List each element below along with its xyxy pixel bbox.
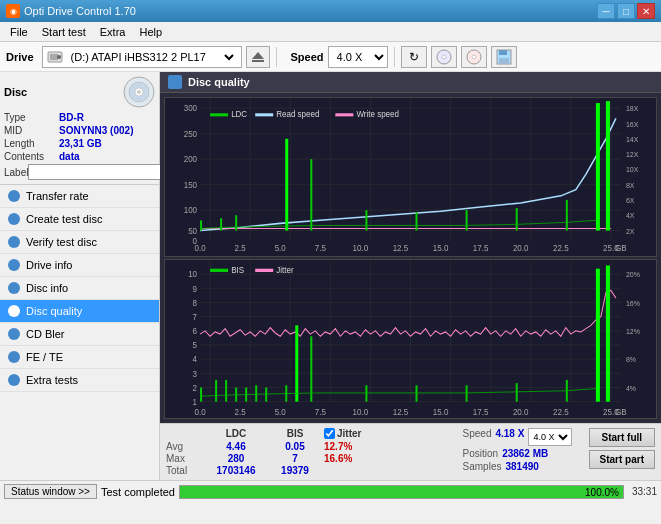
sidebar-item-disc-quality[interactable]: Disc quality	[0, 300, 159, 323]
svg-text:6: 6	[193, 326, 198, 336]
panel-header-icon	[168, 75, 182, 89]
jitter-checkbox[interactable]	[324, 428, 335, 439]
panel-title: Disc quality	[188, 76, 250, 88]
bis-header: BIS	[270, 428, 320, 439]
refresh-button[interactable]: ↻	[401, 46, 427, 68]
speed-value: 4.18 X	[495, 428, 524, 446]
svg-rect-73	[606, 101, 610, 230]
action-buttons: Start full Start part	[589, 428, 655, 469]
menu-extra[interactable]: Extra	[94, 24, 132, 40]
disc-length-row: Length 23,31 GB	[4, 138, 155, 149]
svg-text:10.0: 10.0	[353, 244, 369, 253]
sidebar-item-cd-bler[interactable]: CD Bler	[0, 323, 159, 346]
app-icon: ◉	[6, 4, 20, 18]
main-content: Disc Type BD-R MID SONYNN3 (002) Length …	[0, 72, 661, 480]
drive-dropdown[interactable]: (D:) ATAPI iHBS312 2 PL17	[67, 50, 237, 64]
svg-text:50: 50	[188, 227, 197, 236]
disc-label-label: Label	[4, 167, 28, 178]
sidebar-item-transfer-rate[interactable]: Transfer rate	[0, 185, 159, 208]
status-window-button[interactable]: Status window >>	[4, 484, 97, 499]
disc-title: Disc	[4, 86, 27, 98]
sidebar: Disc Type BD-R MID SONYNN3 (002) Length …	[0, 72, 160, 480]
disc-icon	[436, 49, 452, 65]
svg-text:10.0: 10.0	[353, 406, 369, 416]
total-row: Total 1703146 19379	[166, 465, 457, 476]
menu-file[interactable]: File	[4, 24, 34, 40]
ldc-header: LDC	[206, 428, 266, 439]
fe-te-label: FE / TE	[26, 351, 63, 363]
svg-text:2.5: 2.5	[235, 406, 246, 416]
start-part-button[interactable]: Start part	[589, 450, 655, 469]
speed-dropdown[interactable]: 4.0 X	[328, 46, 388, 68]
svg-point-6	[442, 55, 446, 59]
svg-text:20.0: 20.0	[513, 244, 529, 253]
svg-rect-145	[606, 265, 610, 401]
disc-length-value: 23,31 GB	[59, 138, 102, 149]
svg-text:17.5: 17.5	[473, 244, 489, 253]
sidebar-item-extra-tests[interactable]: Extra tests	[0, 369, 159, 392]
svg-text:14X: 14X	[626, 136, 639, 143]
svg-rect-1	[50, 54, 58, 60]
sidebar-item-create-test-disc[interactable]: Create test disc	[0, 208, 159, 231]
drive-select-container[interactable]: (D:) ATAPI iHBS312 2 PL17	[42, 46, 242, 68]
svg-rect-146	[210, 269, 228, 272]
max-label: Max	[166, 453, 202, 464]
write-button[interactable]	[461, 46, 487, 68]
svg-text:12%: 12%	[626, 327, 640, 336]
svg-text:3: 3	[193, 368, 198, 378]
disc-mid-label: MID	[4, 125, 59, 136]
svg-point-15	[137, 90, 141, 94]
svg-text:6X: 6X	[626, 197, 635, 204]
title-bar-controls: ─ □ ✕	[597, 3, 655, 19]
drive-label: Drive	[6, 51, 34, 63]
svg-point-8	[472, 55, 476, 59]
menu-start-test[interactable]: Start test	[36, 24, 92, 40]
svg-text:2.5: 2.5	[235, 244, 247, 253]
disc-contents-value: data	[59, 151, 80, 162]
disc-label-input[interactable]	[28, 164, 161, 180]
disc-length-label: Length	[4, 138, 59, 149]
save-button[interactable]	[491, 46, 517, 68]
minimize-button[interactable]: ─	[597, 3, 615, 19]
cd-bler-icon	[8, 328, 20, 340]
svg-text:10X: 10X	[626, 166, 639, 173]
disc-mid-row: MID SONYNN3 (002)	[4, 125, 155, 136]
disc-header: Disc	[4, 76, 155, 108]
speed-label: Speed	[291, 51, 324, 63]
svg-text:BIS: BIS	[231, 265, 244, 275]
svg-rect-140	[416, 385, 418, 401]
sidebar-item-fe-te[interactable]: FE / TE	[0, 346, 159, 369]
total-bis: 19379	[270, 465, 320, 476]
position-info: Speed 4.18 X 4.0 X Position 23862 MB Sam…	[463, 428, 583, 472]
sidebar-item-disc-info[interactable]: Disc info	[0, 277, 159, 300]
svg-text:7: 7	[193, 312, 198, 322]
sidebar-item-drive-info[interactable]: Drive info	[0, 254, 159, 277]
start-full-button[interactable]: Start full	[589, 428, 655, 447]
close-button[interactable]: ✕	[637, 3, 655, 19]
disc-button[interactable]	[431, 46, 457, 68]
svg-text:5.0: 5.0	[275, 406, 286, 416]
svg-rect-135	[265, 387, 267, 401]
svg-text:5.0: 5.0	[275, 244, 287, 253]
menu-help[interactable]: Help	[133, 24, 168, 40]
speed-select[interactable]: 4.0 X	[528, 428, 572, 446]
svg-rect-72	[596, 103, 600, 230]
svg-text:8%: 8%	[626, 355, 637, 364]
chart-bis-svg: 10 9 8 7 6 5 4 3 2 1 20% 16% 12% 8% 4%	[165, 260, 656, 418]
total-label: Total	[166, 465, 202, 476]
svg-text:Jitter: Jitter	[276, 265, 294, 275]
svg-rect-130	[215, 380, 217, 402]
save-icon	[496, 49, 512, 65]
toolbar-separator	[276, 47, 277, 67]
verify-test-disc-label: Verify test disc	[26, 236, 97, 248]
eject-button[interactable]	[246, 46, 270, 68]
svg-rect-129	[200, 387, 202, 401]
sidebar-item-verify-test-disc[interactable]: Verify test disc	[0, 231, 159, 254]
speed-row: Speed 4.18 X 4.0 X	[463, 428, 583, 446]
svg-rect-10	[499, 50, 507, 55]
create-test-disc-label: Create test disc	[26, 213, 102, 225]
svg-text:22.5: 22.5	[553, 244, 569, 253]
maximize-button[interactable]: □	[617, 3, 635, 19]
max-bis: 7	[270, 453, 320, 464]
disc-contents-row: Contents data	[4, 151, 155, 162]
